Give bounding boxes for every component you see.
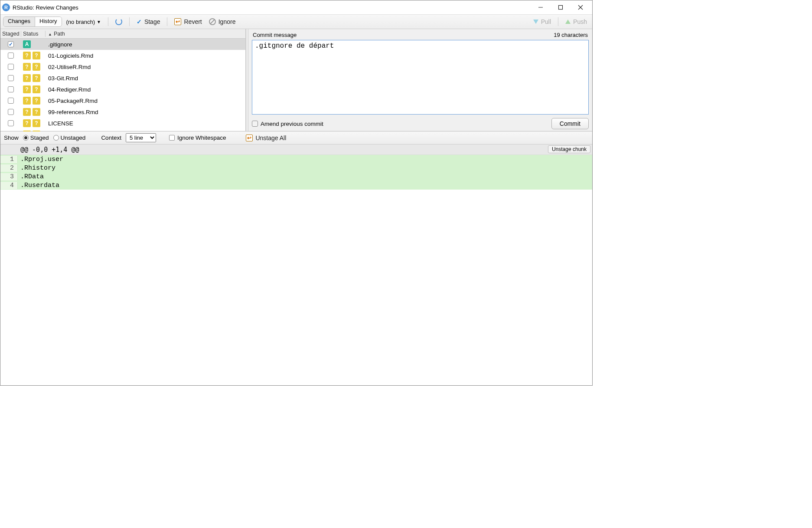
ignore-ws-label: Ignore Whitespace — [177, 134, 226, 141]
file-path: MyBook.bib — [46, 131, 245, 132]
line-text: .Rproj.user — [18, 156, 63, 163]
line-text: .Rhistory — [18, 164, 55, 172]
status-badge: ? — [33, 63, 40, 71]
status-badge: ? — [33, 74, 40, 82]
file-row[interactable]: ??LICENSE — [0, 118, 245, 129]
checkbox-icon — [252, 121, 258, 127]
status-badge: ? — [33, 131, 40, 131]
pull-button[interactable]: Pull — [531, 17, 554, 26]
file-list[interactable]: A.gitignore??01-Logiciels.Rmd??02-Utilis… — [0, 39, 245, 131]
file-row[interactable]: ??01-Logiciels.Rmd — [0, 50, 245, 61]
radio-unstaged[interactable]: Unstaged — [53, 134, 86, 141]
stage-checkbox[interactable] — [8, 41, 14, 47]
ignore-button[interactable]: Ignore — [206, 17, 238, 26]
status-badge: ? — [23, 74, 31, 82]
push-icon — [565, 20, 571, 24]
diff-line[interactable]: 2.Rhistory — [0, 164, 592, 172]
stage-checkbox[interactable] — [8, 64, 14, 70]
rstudio-icon: R — [2, 3, 10, 11]
col-staged[interactable]: Staged — [0, 31, 21, 37]
stage-checkbox[interactable] — [8, 75, 14, 81]
refresh-button[interactable] — [113, 17, 125, 26]
minimize-button[interactable] — [531, 1, 551, 14]
file-path: 04-Rediger.Rmd — [46, 86, 245, 93]
context-select[interactable]: 5 line — [126, 133, 156, 142]
revert-button[interactable]: ↩ Revert — [172, 17, 204, 26]
commit-panel: Commit message 19 characters Amend previ… — [248, 29, 592, 131]
status-badge: ? — [23, 119, 31, 127]
status-badge: ? — [23, 131, 31, 131]
col-path[interactable]: ▲Path — [46, 31, 245, 37]
file-row[interactable]: ??02-UtiliseR.Rmd — [0, 61, 245, 72]
file-row[interactable]: ??05-PackageR.Rmd — [0, 95, 245, 106]
tab-history[interactable]: History — [35, 17, 61, 26]
branch-selector[interactable]: (no branch) ▼ — [64, 19, 104, 25]
unstage-all-button[interactable]: ↩ Unstage All — [243, 134, 289, 142]
line-text: .Ruserdata — [18, 182, 59, 189]
pull-label: Pull — [541, 18, 551, 25]
stage-checkbox[interactable] — [8, 86, 14, 92]
refresh-icon — [115, 18, 122, 25]
file-row[interactable]: ??04-Rediger.Rmd — [0, 84, 245, 95]
diff-toolbar: Show Staged Unstaged Context 5 line Igno… — [0, 131, 592, 144]
diff-view[interactable]: 1.Rproj.user2.Rhistory3.RData4.Ruserdata — [0, 155, 592, 190]
line-number: 1 — [0, 156, 18, 163]
path-label: Path — [54, 31, 65, 37]
commit-footer: Amend previous commit Commit — [252, 115, 589, 129]
show-label: Show — [4, 134, 19, 141]
file-row[interactable]: ??MyBook.bib — [0, 129, 245, 131]
radio-icon — [53, 135, 59, 141]
radio-icon — [23, 135, 29, 141]
status-badge: ? — [33, 85, 40, 93]
diff-line[interactable]: 3.RData — [0, 172, 592, 181]
tab-changes[interactable]: Changes — [3, 17, 35, 26]
diff-line[interactable]: 4.Ruserdata — [0, 181, 592, 190]
line-number: 2 — [0, 164, 18, 172]
file-row[interactable]: ??03-Git.Rmd — [0, 72, 245, 84]
radio-staged[interactable]: Staged — [23, 134, 49, 141]
file-path: LICENSE — [46, 120, 245, 127]
close-button[interactable] — [571, 1, 590, 14]
branch-label: (no branch) — [66, 19, 95, 25]
file-row[interactable]: ??99-references.Rmd — [0, 106, 245, 118]
stage-checkbox[interactable] — [8, 120, 14, 126]
stage-checkbox[interactable] — [8, 52, 14, 59]
hunk-info: @@ -0,0 +1,4 @@ — [20, 146, 79, 154]
mid-pane: Staged Status ▲Path A.gitignore??01-Logi… — [0, 29, 592, 131]
stage-checkbox[interactable] — [8, 98, 14, 104]
commit-header: Commit message 19 characters — [252, 31, 589, 40]
file-row[interactable]: A.gitignore — [0, 39, 245, 50]
file-list-panel: Staged Status ▲Path A.gitignore??01-Logi… — [0, 29, 246, 131]
amend-label: Amend previous commit — [261, 121, 323, 127]
separator — [558, 17, 558, 26]
dropdown-icon: ▼ — [97, 20, 101, 24]
diff-line[interactable]: 1.Rproj.user — [0, 155, 592, 164]
file-list-header: Staged Status ▲Path — [0, 29, 245, 39]
commit-message-label: Commit message — [253, 32, 297, 38]
commit-message-input[interactable] — [252, 40, 589, 115]
status-badge: ? — [23, 97, 31, 105]
push-button[interactable]: Push — [563, 17, 590, 26]
status-badge: ? — [23, 63, 31, 71]
amend-checkbox[interactable]: Amend previous commit — [252, 121, 323, 127]
commit-button[interactable]: Commit — [551, 118, 589, 129]
unstaged-label: Unstaged — [61, 134, 86, 141]
status-badge: A — [23, 40, 31, 48]
status-badge: ? — [23, 85, 31, 93]
stage-checkbox[interactable] — [8, 109, 14, 115]
stage-label: Stage — [144, 18, 160, 25]
status-badge: ? — [33, 108, 40, 116]
maximize-button[interactable] — [551, 1, 571, 14]
unstage-icon: ↩ — [246, 134, 253, 141]
stage-button[interactable]: ✓ Stage — [134, 17, 163, 26]
unstage-chunk-button[interactable]: Unstage chunk — [548, 145, 590, 153]
separator — [167, 17, 167, 26]
file-path: 02-UtiliseR.Rmd — [46, 64, 245, 70]
ignore-whitespace-checkbox[interactable]: Ignore Whitespace — [169, 134, 226, 141]
col-status[interactable]: Status — [21, 31, 46, 37]
sort-icon: ▲ — [48, 32, 52, 36]
revert-label: Revert — [184, 18, 202, 25]
checkbox-icon — [169, 135, 175, 141]
ignore-label: Ignore — [218, 18, 236, 25]
separator — [108, 17, 108, 26]
